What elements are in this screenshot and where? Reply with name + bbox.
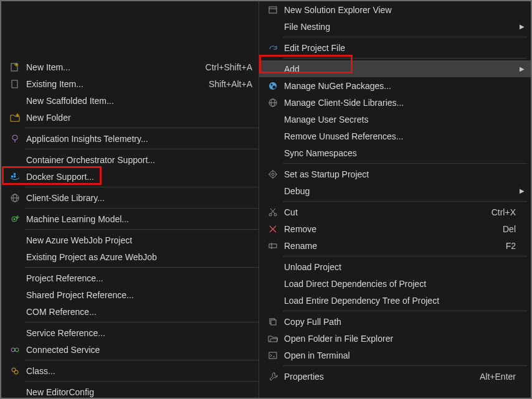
menu-existing-webjob[interactable]: Existing Project as Azure WebJob xyxy=(1,248,259,265)
wrench-icon xyxy=(264,372,282,382)
menu-docker-support[interactable]: Docker Support... xyxy=(1,168,259,185)
menu-client-side-lib[interactable]: Client-Side Library... xyxy=(1,189,259,206)
add-submenu: New Item... Ctrl+Shift+A Existing Item..… xyxy=(1,1,259,398)
menu-container-orch[interactable]: Container Orchestrator Support... xyxy=(1,151,259,168)
menu-editorconfig[interactable]: New EditorConfig xyxy=(1,383,259,399)
menu-label: Container Orchestrator Support... xyxy=(24,155,252,165)
menu-debug[interactable]: Debug ▶ xyxy=(259,182,531,199)
menu-label: Connected Service xyxy=(24,345,252,355)
menu-load-tree[interactable]: Load Entire Dependency Tree of Project xyxy=(259,292,531,309)
separator xyxy=(25,128,259,128)
svg-rect-10 xyxy=(14,173,16,175)
existing-item-icon xyxy=(6,79,24,89)
separator xyxy=(283,37,527,37)
menu-edit-project[interactable]: Edit Project File xyxy=(259,39,531,56)
menu-label: Existing Item... xyxy=(24,79,204,89)
menu-connected-service[interactable]: Connected Service xyxy=(1,341,259,358)
menu-properties[interactable]: Properties Alt+Enter xyxy=(259,368,531,385)
menu-label: Application Insights Telemetry... xyxy=(24,134,252,144)
menu-ml-model[interactable]: Machine Learning Model... xyxy=(1,210,259,227)
menu-existing-item[interactable]: Existing Item... Shift+Alt+A xyxy=(1,75,259,92)
svg-rect-46 xyxy=(269,352,277,359)
menu-label: Copy Full Path xyxy=(282,317,516,327)
window-icon xyxy=(264,5,282,15)
menu-service-ref[interactable]: Service Reference... xyxy=(1,324,259,341)
context-menu: New Solution Explorer View File Nesting … xyxy=(259,1,531,398)
menu-remove[interactable]: Remove Del xyxy=(259,220,531,237)
menu-label: Remove xyxy=(282,224,498,234)
menu-shared-ref[interactable]: Shared Project Reference... xyxy=(1,286,259,303)
separator xyxy=(283,201,527,202)
menu-manage-nuget[interactable]: Manage NuGet Packages... xyxy=(259,77,531,94)
menu-project-ref[interactable]: Project Reference... xyxy=(1,270,259,286)
menu-label: New EditorConfig xyxy=(24,387,252,397)
menu-manage-client-libs[interactable]: Manage Client-Side Libraries... xyxy=(259,94,531,111)
menu-open-terminal[interactable]: Open in Terminal xyxy=(259,347,531,364)
separator xyxy=(25,267,259,268)
open-folder-icon xyxy=(264,334,282,344)
menu-label: Sync Namespaces xyxy=(282,148,516,158)
gear-plus-icon xyxy=(6,214,24,224)
menu-set-startup[interactable]: Set as Startup Project xyxy=(259,166,531,182)
menu-label: COM Reference... xyxy=(24,307,252,317)
docker-icon xyxy=(6,172,24,182)
menu-new-webjob[interactable]: New Azure WebJob Project xyxy=(1,232,259,248)
menu-label: Properties xyxy=(282,372,475,382)
separator xyxy=(25,187,259,187)
new-item-icon xyxy=(6,62,24,72)
menu-new-item[interactable]: New Item... Ctrl+Shift+A xyxy=(1,59,259,75)
menu-cut[interactable]: Cut Ctrl+X xyxy=(259,204,531,220)
menu-label: Machine Learning Model... xyxy=(24,214,252,224)
separator xyxy=(25,149,259,149)
separator xyxy=(25,360,259,360)
submenu-arrow-icon: ▶ xyxy=(516,65,525,72)
svg-point-19 xyxy=(15,348,19,352)
terminal-icon xyxy=(264,350,282,360)
menu-remove-unused[interactable]: Remove Unused References... xyxy=(259,128,531,144)
menu-label: Open in Terminal xyxy=(282,350,516,360)
menu-copy-path[interactable]: Copy Full Path xyxy=(259,313,531,330)
menu-add[interactable]: Add ▶ xyxy=(259,60,531,77)
menu-label: Project Reference... xyxy=(24,273,252,283)
menu-load-direct[interactable]: Load Direct Dependencies of Project xyxy=(259,275,531,292)
separator xyxy=(25,229,259,230)
separator xyxy=(283,58,527,59)
svg-point-36 xyxy=(269,214,272,216)
menu-rename[interactable]: Rename F2 xyxy=(259,237,531,254)
svg-line-39 xyxy=(270,209,275,214)
menu-label: Cut xyxy=(282,207,487,217)
svg-rect-22 xyxy=(269,7,277,13)
shortcut: Ctrl+Shift+A xyxy=(201,62,252,72)
menu-label: Set as Startup Project xyxy=(282,169,516,179)
svg-rect-8 xyxy=(11,176,13,177)
menu-class[interactable]: Class... xyxy=(1,362,259,379)
menu-open-folder[interactable]: Open Folder in File Explorer xyxy=(259,330,531,347)
menu-label: Service Reference... xyxy=(24,328,252,338)
menu-manage-secrets[interactable]: Manage User Secrets xyxy=(259,111,531,128)
svg-point-15 xyxy=(14,218,16,220)
menu-app-insights[interactable]: Application Insights Telemetry... xyxy=(1,130,259,147)
menu-new-solution-explorer[interactable]: New Solution Explorer View xyxy=(259,1,531,18)
menu-com-ref[interactable]: COM Reference... xyxy=(1,303,259,320)
menu-label: New Item... xyxy=(24,62,201,72)
menu-label: New Folder xyxy=(24,113,252,123)
menu-label: Shared Project Reference... xyxy=(24,290,252,300)
separator xyxy=(283,163,527,164)
menu-unload[interactable]: Unload Project xyxy=(259,258,531,275)
menu-file-nesting[interactable]: File Nesting ▶ xyxy=(259,18,531,35)
menu-scaffolded[interactable]: New Scaffolded Item... xyxy=(1,92,259,109)
menu-label: Rename xyxy=(282,241,501,251)
menu-label: Manage Client-Side Libraries... xyxy=(282,98,516,108)
menu-sync-namespaces[interactable]: Sync Namespaces xyxy=(259,144,531,161)
svg-point-21 xyxy=(14,370,18,374)
submenu-arrow-icon: ▶ xyxy=(516,187,525,194)
menu-label: Load Direct Dependencies of Project xyxy=(282,279,516,289)
menu-label: Unload Project xyxy=(282,262,516,272)
svg-point-26 xyxy=(273,85,276,88)
nuget-icon xyxy=(264,81,282,91)
shortcut: Shift+Alt+A xyxy=(204,79,252,89)
rename-icon xyxy=(264,241,282,251)
menu-label: Existing Project as Azure WebJob xyxy=(24,252,252,262)
menu-new-folder[interactable]: New Folder xyxy=(1,109,259,126)
redo-icon xyxy=(264,43,282,53)
